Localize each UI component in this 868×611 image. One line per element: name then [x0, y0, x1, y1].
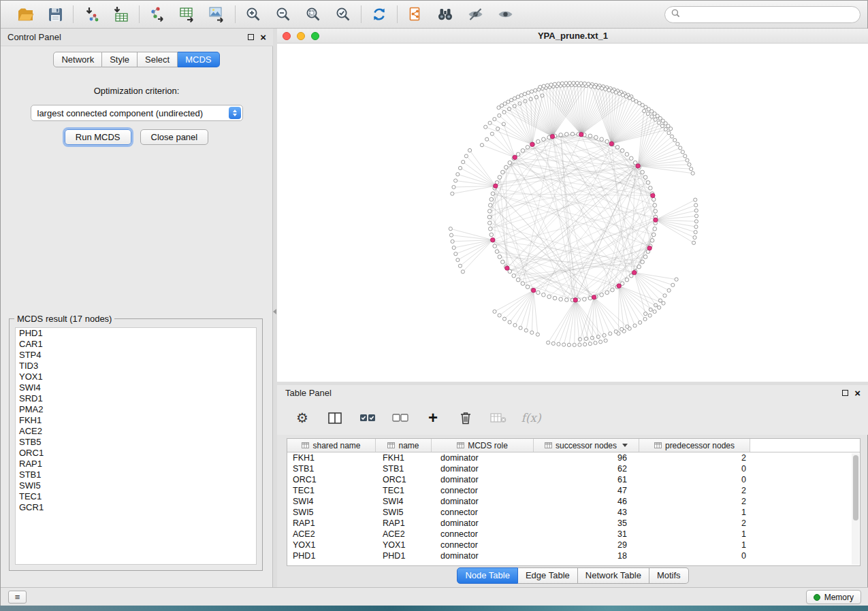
table-cell[interactable]: RAP1: [287, 518, 376, 529]
hide-selected-eye-slash-icon[interactable]: [466, 5, 485, 23]
zoom-in-icon[interactable]: [244, 5, 263, 23]
zoom-selected-icon[interactable]: [334, 5, 353, 23]
global-search-field[interactable]: [664, 6, 861, 23]
tab-node-table[interactable]: Node Table: [457, 567, 518, 584]
show-columns-icon[interactable]: [326, 409, 344, 427]
table-cell[interactable]: connector: [432, 507, 534, 518]
table-cell[interactable]: ACE2: [376, 529, 432, 540]
table-cell[interactable]: dominator: [432, 474, 534, 485]
close-panel-button[interactable]: Close panel: [140, 129, 209, 145]
table-cell[interactable]: RAP1: [376, 518, 432, 529]
add-column-icon[interactable]: +: [424, 409, 442, 427]
table-row[interactable]: TEC1TEC1connector472: [287, 485, 852, 496]
table-cell[interactable]: connector: [432, 485, 534, 496]
table-row[interactable]: ORC1ORC1dominator610: [287, 474, 852, 485]
table-cell[interactable]: dominator: [432, 463, 534, 474]
table-cell[interactable]: dominator: [432, 496, 534, 507]
table-cell[interactable]: 62: [534, 463, 639, 474]
tab-select[interactable]: Select: [138, 52, 178, 67]
table-cell[interactable]: 0: [639, 463, 750, 474]
tab-network-table[interactable]: Network Table: [578, 567, 649, 584]
column-header-successor-nodes[interactable]: successor nodes: [534, 439, 639, 452]
combo-stepper-icon[interactable]: [229, 107, 241, 119]
search-network-binoculars-icon[interactable]: [436, 5, 455, 23]
table-cell[interactable]: dominator: [432, 518, 534, 529]
mcds-result-list[interactable]: PHD1CAR1STP4TID3YOX1SWI4SRD1PMA2FKH1ACE2…: [15, 327, 257, 565]
column-header-name[interactable]: name: [376, 439, 432, 452]
scrollbar-thumb[interactable]: [853, 455, 858, 521]
column-header-shared-name[interactable]: shared name: [287, 439, 376, 452]
mcds-result-item[interactable]: STB1: [16, 469, 256, 480]
network-canvas[interactable]: [277, 44, 868, 382]
table-cell[interactable]: YOX1: [376, 540, 432, 550]
export-network-icon[interactable]: [148, 5, 167, 23]
table-row[interactable]: RAP1RAP1dominator352: [287, 518, 852, 529]
table-cell[interactable]: dominator: [432, 452, 534, 463]
table-cell[interactable]: FKH1: [376, 452, 432, 463]
mcds-result-item[interactable]: YOX1: [16, 371, 256, 382]
mcds-result-item[interactable]: SRD1: [16, 393, 256, 404]
table-row[interactable]: SWI4SWI4dominator462: [287, 496, 852, 507]
memory-button[interactable]: Memory: [806, 590, 861, 604]
search-input[interactable]: [684, 10, 854, 19]
export-image-icon[interactable]: [208, 5, 227, 23]
table-cell[interactable]: 1: [639, 507, 750, 518]
table-cell[interactable]: SWI4: [376, 496, 432, 507]
table-cell[interactable]: PHD1: [287, 550, 376, 561]
table-cell[interactable]: YOX1: [287, 540, 376, 550]
network-graph[interactable]: [277, 44, 868, 382]
tab-network[interactable]: Network: [53, 52, 102, 67]
table-cell[interactable]: 43: [534, 507, 639, 518]
table-cell[interactable]: connector: [432, 529, 534, 540]
import-network-from-file-icon[interactable]: [82, 5, 101, 23]
column-header-mcds-role[interactable]: MCDS role: [432, 439, 534, 452]
table-row[interactable]: STB1STB1dominator620: [287, 463, 852, 474]
table-cell[interactable]: 2: [639, 496, 750, 507]
mcds-result-item[interactable]: PMA2: [16, 404, 256, 415]
table-cell[interactable]: 2: [639, 452, 750, 463]
mcds-result-item[interactable]: STB5: [16, 437, 256, 448]
table-cell[interactable]: SWI5: [376, 507, 432, 518]
close-panel-icon[interactable]: ×: [854, 389, 861, 397]
float-panel-icon[interactable]: [842, 390, 848, 396]
network-window-titlebar[interactable]: YPA_prune.txt_1: [277, 29, 868, 44]
import-table-from-file-icon[interactable]: [112, 5, 131, 23]
table-cell[interactable]: connector: [432, 540, 534, 550]
collapse-arrow-icon[interactable]: [273, 309, 276, 314]
table-cell[interactable]: 0: [639, 550, 750, 561]
table-cell[interactable]: TEC1: [287, 485, 376, 496]
zoom-fit-content-icon[interactable]: [304, 5, 323, 23]
deselect-all-rows-icon[interactable]: [391, 409, 409, 427]
mcds-result-item[interactable]: SWI4: [16, 382, 256, 393]
table-cell[interactable]: 46: [534, 496, 639, 507]
table-cell[interactable]: SWI4: [287, 496, 376, 507]
mcds-result-item[interactable]: GCR1: [16, 502, 256, 513]
table-row[interactable]: FKH1FKH1dominator962: [287, 452, 852, 463]
table-cell[interactable]: STB1: [287, 463, 376, 474]
table-row[interactable]: PHD1PHD1dominator180: [287, 550, 852, 561]
float-panel-icon[interactable]: [248, 34, 254, 40]
table-cell[interactable]: 2: [639, 518, 750, 529]
select-all-rows-icon[interactable]: [359, 409, 376, 427]
table-cell[interactable]: ACE2: [287, 529, 376, 540]
table-row[interactable]: SWI5SWI5connector431: [287, 507, 852, 518]
export-table-icon[interactable]: [178, 5, 197, 23]
mcds-result-item[interactable]: ACE2: [16, 426, 256, 437]
table-cell[interactable]: 0: [639, 474, 750, 485]
table-cell[interactable]: 29: [534, 540, 639, 550]
table-cell[interactable]: dominator: [432, 550, 534, 561]
table-settings-gear-icon[interactable]: ⚙: [293, 409, 311, 427]
close-panel-icon[interactable]: ×: [260, 33, 266, 42]
mcds-result-item[interactable]: SWI5: [16, 480, 256, 491]
table-cell[interactable]: 1: [639, 529, 750, 540]
table-row[interactable]: YOX1YOX1connector291: [287, 540, 852, 550]
status-menu-button[interactable]: ≡: [8, 591, 27, 604]
tab-edge-table[interactable]: Edge Table: [518, 567, 578, 584]
table-cell[interactable]: FKH1: [287, 452, 376, 463]
mcds-result-item[interactable]: FKH1: [16, 415, 256, 426]
table-cell[interactable]: SWI5: [287, 507, 376, 518]
mcds-result-item[interactable]: TID3: [16, 361, 256, 371]
mcds-result-item[interactable]: STP4: [16, 350, 256, 361]
tab-style[interactable]: Style: [102, 52, 138, 67]
table-cell[interactable]: 61: [534, 474, 639, 485]
